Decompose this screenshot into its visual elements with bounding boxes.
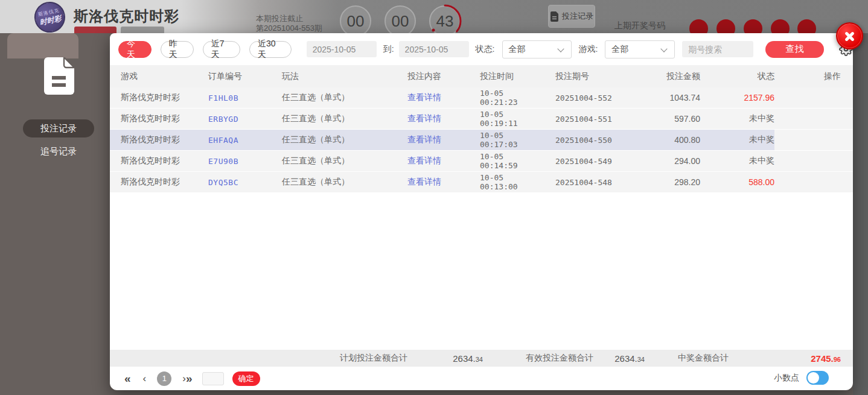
date-to-input[interactable]: [399, 41, 469, 57]
table-row: 斯洛伐克时时彩 EHFAQA 任三直选（单式） 查看详情 10-05 00:17…: [110, 130, 853, 151]
range-button-today[interactable]: 今天: [118, 41, 152, 58]
bet-record-header-button[interactable]: 投注记录: [548, 5, 595, 28]
table-row: 斯洛伐克时时彩 F1HL0B 任三直选（单式） 查看详情 10-05 00:21…: [110, 87, 853, 109]
deadline-period: 第20251004-553期: [256, 24, 322, 33]
prev-page-button[interactable]: ‹: [143, 373, 147, 385]
countdown-minutes: 00: [385, 5, 416, 37]
cell-order-link[interactable]: DYQ5BC: [197, 172, 271, 192]
cell-play: 任三直选（单式）: [271, 109, 397, 129]
range-button-yesterday[interactable]: 昨天: [161, 41, 194, 58]
screen: 斯洛伐克 时时彩 斯洛伐克时时彩 本期投注截止 第20251004-553期 0…: [0, 0, 868, 395]
cell-game: 斯洛伐克时时彩: [110, 172, 197, 192]
cell-action: [774, 87, 853, 108]
cell-amount: 294.00: [629, 151, 700, 171]
cell-period: 20251004-548: [544, 172, 629, 192]
table-row: 斯洛伐克时时彩 DYQ5BC 任三直选（单式） 查看详情 10-05 00:13…: [110, 172, 853, 193]
col-header-period: 投注期号: [544, 65, 629, 87]
overlay-right-strip: [853, 33, 868, 395]
filter-bar: 今天 昨天 近7天 近30天 到: 状态: 全部 游戏: 全部 查找: [110, 33, 853, 65]
status-select[interactable]: 全部: [502, 40, 572, 58]
countdown-timer: 00 00 43: [340, 5, 461, 37]
view-details-link[interactable]: 查看详情: [397, 109, 469, 129]
cell-action: [774, 130, 853, 150]
cell-play: 任三直选（单式）: [271, 87, 397, 108]
range-button-last7days[interactable]: 近7天: [203, 41, 240, 58]
cell-game: 斯洛伐克时时彩: [110, 109, 197, 129]
bet-record-header-label: 投注记录: [562, 11, 593, 22]
current-page-indicator[interactable]: 1: [157, 371, 171, 386]
cell-status: 未中奖: [700, 151, 774, 171]
last-draw-label: 上期开奖号码: [614, 21, 665, 31]
cell-status: 588.00: [700, 172, 774, 192]
file-icon: [550, 11, 559, 22]
valid-total-value: 2634.34: [593, 353, 645, 364]
totals-bar: 计划投注金额合计 2634.34 有效投注金额合计 2634.34 中奖金额合计…: [110, 350, 853, 367]
col-header-time: 投注时间: [469, 65, 544, 87]
col-header-content: 投注内容: [397, 65, 469, 87]
cell-play: 任三直选（单式）: [271, 151, 397, 171]
cell-amount: 597.60: [629, 109, 700, 129]
cell-period: 20251004-552: [544, 87, 629, 108]
page-jump-input[interactable]: [202, 372, 224, 385]
col-header-amount: 投注金额: [629, 65, 700, 87]
period-search-input[interactable]: [682, 41, 753, 57]
date-from-input[interactable]: [307, 41, 377, 57]
cell-game: 斯洛伐克时时彩: [110, 130, 197, 150]
page-title: 斯洛伐克时时彩: [74, 7, 179, 26]
cell-period: 20251004-550: [544, 130, 629, 150]
col-header-status: 状态: [700, 65, 774, 87]
first-page-button[interactable]: «: [124, 372, 131, 385]
chevron-down-icon: [558, 45, 564, 52]
cell-play: 任三直选（单式）: [271, 130, 397, 150]
toggle-knob: [808, 372, 819, 384]
game-select-value: 全部: [611, 44, 628, 55]
cell-time: 10-05 00:19:11: [469, 109, 544, 129]
view-details-link[interactable]: 查看详情: [397, 151, 469, 171]
cell-action: [774, 151, 853, 171]
page-jump-confirm-button[interactable]: 确定: [232, 371, 260, 386]
win-total-value: 2745.96: [729, 353, 853, 364]
file-icon: [44, 57, 74, 95]
table-header-row: 游戏 订单编号 玩法 投注内容 投注时间 投注期号 投注金额 状态 操作: [110, 65, 853, 87]
planned-total-value: 2634.34: [407, 353, 483, 364]
planned-total-label: 计划投注金额合计: [110, 353, 407, 364]
decimal-toggle-switch[interactable]: [806, 371, 829, 385]
valid-total-label: 有效投注金额合计: [483, 353, 593, 364]
decimal-toggle-group: 小数点: [774, 371, 829, 385]
cell-period: 20251004-549: [544, 151, 629, 171]
play-mode-button-gray-cutoff[interactable]: [121, 27, 164, 33]
search-button[interactable]: 查找: [765, 41, 824, 58]
cell-amount: 298.20: [629, 172, 700, 192]
cell-order-link[interactable]: ERBYGD: [197, 109, 271, 129]
cell-time: 10-05 00:17:03: [469, 130, 544, 150]
cell-order-link[interactable]: E7U90B: [197, 151, 271, 171]
status-filter-label: 状态:: [476, 44, 495, 55]
cell-status: 未中奖: [700, 109, 774, 129]
col-header-game: 游戏: [110, 65, 197, 87]
col-header-action: 操作: [774, 65, 853, 87]
deadline-label: 本期投注截止: [256, 14, 322, 24]
cell-order-link[interactable]: EHFAQA: [197, 130, 271, 150]
cell-time: 10-05 00:21:23: [469, 87, 544, 108]
game-select[interactable]: 全部: [605, 40, 675, 58]
last-page-button[interactable]: »: [186, 372, 193, 385]
range-button-last30days[interactable]: 近30天: [249, 41, 292, 58]
sidebar-item-chase-records[interactable]: 追号记录: [23, 145, 94, 158]
date-to-label: 到:: [383, 44, 394, 55]
view-details-link[interactable]: 查看详情: [397, 172, 469, 192]
play-mode-button-red-cutoff[interactable]: [74, 27, 116, 33]
col-header-play: 玩法: [271, 65, 397, 87]
dimmed-page-panel: [7, 33, 78, 58]
sidebar-item-bet-records[interactable]: 投注记录: [23, 119, 94, 137]
decimal-toggle-label: 小数点: [774, 373, 799, 384]
pagination-bar: « ‹ 1 › » 确定: [110, 367, 853, 390]
view-details-link[interactable]: 查看详情: [397, 130, 469, 150]
cell-order-link[interactable]: F1HL0B: [197, 87, 271, 108]
cell-status: 未中奖: [700, 130, 774, 150]
close-button[interactable]: [836, 22, 863, 49]
view-details-link[interactable]: 查看详情: [397, 87, 469, 108]
game-filter-label: 游戏:: [578, 44, 598, 55]
cell-play: 任三直选（单式）: [271, 172, 397, 192]
cell-time: 10-05 00:14:59: [469, 151, 544, 171]
cell-action: [774, 172, 853, 192]
